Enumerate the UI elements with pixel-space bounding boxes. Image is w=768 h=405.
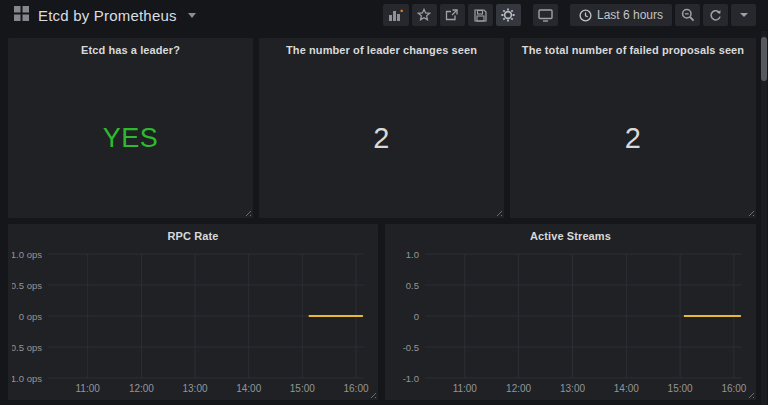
svg-text:1.0 ops: 1.0 ops xyxy=(12,249,42,260)
chart-panels-row: RPC Rate 11:0012:0013:0014:0015:0016:001… xyxy=(8,224,768,400)
magnifier-minus-icon xyxy=(681,8,695,22)
bar-chart-plus-icon xyxy=(388,8,404,22)
time-range-button[interactable]: Last 6 hours xyxy=(570,4,672,26)
dashboard-title-group[interactable]: Etcd by Prometheus xyxy=(14,6,196,25)
monitor-icon xyxy=(538,9,553,22)
svg-text:0: 0 xyxy=(414,311,419,322)
refresh-icon xyxy=(709,9,722,22)
svg-text:-0.5: -0.5 xyxy=(403,342,419,353)
svg-text:13:00: 13:00 xyxy=(560,383,585,394)
svg-text:0.5 ops: 0.5 ops xyxy=(12,280,42,291)
caret-down-icon xyxy=(740,13,748,17)
save-icon xyxy=(474,9,487,22)
svg-text:0 ops: 0 ops xyxy=(19,311,42,322)
svg-text:-1.0 ops: -1.0 ops xyxy=(12,373,42,384)
stat-value: YES xyxy=(103,123,159,154)
panel-leader-changes: The number of leader changes seen 2 xyxy=(259,38,504,218)
refresh-button[interactable] xyxy=(703,4,728,26)
svg-text:14:00: 14:00 xyxy=(236,383,261,394)
panel-rpc-rate: RPC Rate 11:0012:0013:0014:0015:0016:001… xyxy=(8,224,378,400)
share-button[interactable] xyxy=(440,4,465,26)
rpc-rate-chart[interactable]: 11:0012:0013:0014:0015:0016:001.0 ops0.5… xyxy=(12,246,374,398)
star-button[interactable] xyxy=(412,4,437,26)
stat-value: 2 xyxy=(373,122,390,155)
refresh-interval-button[interactable] xyxy=(731,4,756,26)
zoom-out-button[interactable] xyxy=(675,4,700,26)
svg-text:-1.0: -1.0 xyxy=(403,373,419,384)
panel-failed-proposals: The total number of failed proposals see… xyxy=(510,38,756,218)
save-button[interactable] xyxy=(468,4,493,26)
svg-text:16:00: 16:00 xyxy=(343,383,368,394)
active-streams-chart[interactable]: 11:0012:0013:0014:0015:0016:001.00.50-0.… xyxy=(389,246,752,398)
panel-resize-handle[interactable] xyxy=(244,209,251,216)
dashboard-caret-down-icon[interactable] xyxy=(188,13,196,18)
panel-etcd-has-leader: Etcd has a leader? YES xyxy=(8,38,253,218)
panel-title[interactable]: Etcd has a leader? xyxy=(8,44,253,56)
apps-grid-icon xyxy=(14,6,29,25)
panel-resize-handle[interactable] xyxy=(747,209,754,216)
scrollbar-thumb[interactable] xyxy=(761,37,767,81)
settings-button[interactable] xyxy=(496,4,521,26)
clock-icon xyxy=(579,9,592,22)
add-panel-button[interactable] xyxy=(383,4,409,26)
cycle-view-button[interactable] xyxy=(533,4,558,26)
dashboard-title[interactable]: Etcd by Prometheus xyxy=(38,7,177,24)
svg-text:12:00: 12:00 xyxy=(129,383,154,394)
dashboard-grid: Etcd has a leader? YES The number of lea… xyxy=(0,30,768,400)
share-icon xyxy=(445,8,459,22)
svg-text:1.0: 1.0 xyxy=(406,249,419,260)
svg-text:15:00: 15:00 xyxy=(290,383,315,394)
toolbar: Last 6 hours xyxy=(380,4,756,26)
svg-text:15:00: 15:00 xyxy=(668,383,693,394)
svg-text:12:00: 12:00 xyxy=(506,383,531,394)
star-icon xyxy=(417,8,431,22)
panel-title[interactable]: RPC Rate xyxy=(8,230,378,242)
panel-title[interactable]: The total number of failed proposals see… xyxy=(510,44,756,56)
gear-icon xyxy=(501,8,515,22)
svg-text:16:00: 16:00 xyxy=(721,383,746,394)
time-range-label: Last 6 hours xyxy=(597,8,663,22)
navbar: Etcd by Prometheus xyxy=(0,0,768,30)
svg-text:14:00: 14:00 xyxy=(614,383,639,394)
panel-title[interactable]: The number of leader changes seen xyxy=(259,44,504,56)
stat-panels-row: Etcd has a leader? YES The number of lea… xyxy=(8,38,768,218)
panel-active-streams: Active Streams 11:0012:0013:0014:0015:00… xyxy=(385,224,756,400)
page-scrollbar[interactable] xyxy=(761,31,767,405)
panel-resize-handle[interactable] xyxy=(495,209,502,216)
svg-text:13:00: 13:00 xyxy=(182,383,207,394)
svg-text:0.5: 0.5 xyxy=(406,280,419,291)
stat-value: 2 xyxy=(625,122,642,155)
svg-text:11:00: 11:00 xyxy=(453,383,478,394)
svg-text:11:00: 11:00 xyxy=(76,383,101,394)
svg-text:-0.5 ops: -0.5 ops xyxy=(12,342,42,353)
panel-title[interactable]: Active Streams xyxy=(385,230,756,242)
